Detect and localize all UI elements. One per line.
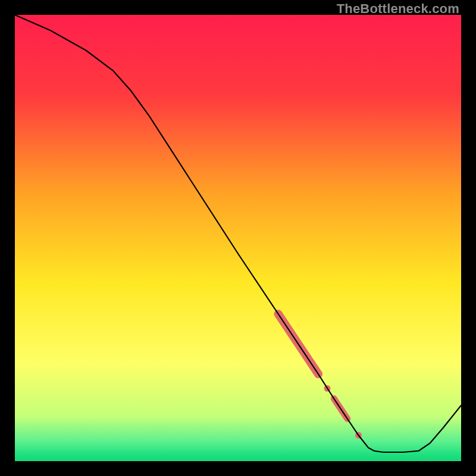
watermark-text: TheBottleneck.com bbox=[337, 1, 459, 17]
chart-svg bbox=[15, 15, 461, 461]
chart-background-gradient bbox=[15, 15, 461, 461]
chart-plot-area bbox=[15, 15, 461, 461]
